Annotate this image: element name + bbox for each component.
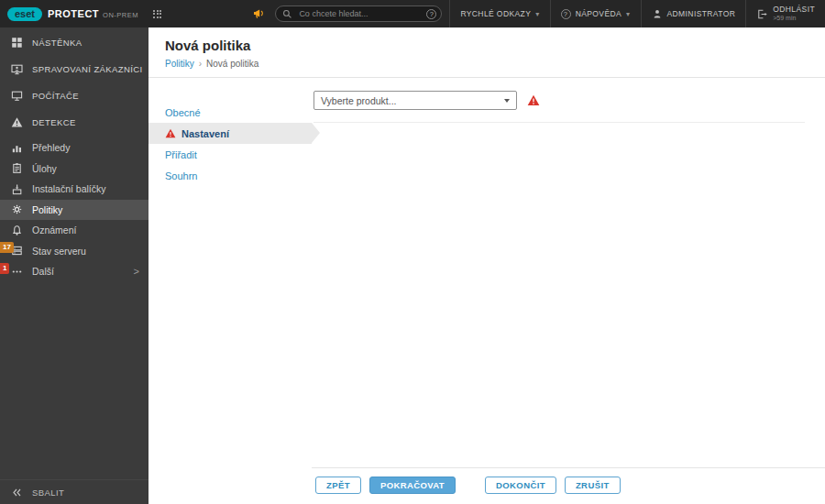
wizard-step-assign[interactable]: Přiřadit	[148, 144, 312, 165]
chevron-down-icon: ▾	[626, 10, 630, 18]
wizard-step-label: Souhrn	[165, 170, 197, 181]
quick-links-menu[interactable]: RYCHLÉ ODKAZY ▾	[449, 0, 549, 27]
tasks-icon	[11, 162, 23, 174]
logout-icon	[756, 8, 768, 20]
logout-label: ODHLÁSIT	[773, 5, 815, 14]
search-input[interactable]	[297, 8, 422, 19]
warning-icon	[165, 128, 176, 138]
back-button[interactable]: ZPĚT	[315, 477, 361, 494]
more-icon	[11, 266, 23, 278]
main-content: Nová politika Politiky › Nová politika O…	[148, 27, 825, 504]
sidebar-item-label: Další	[32, 266, 54, 277]
breadcrumb-separator-icon: ›	[199, 59, 202, 69]
eset-logo-oval: eset	[7, 7, 42, 21]
sidebar-item-installers[interactable]: Instalační balíčky	[0, 179, 148, 200]
sidebar-collapse-button[interactable]: SBALIT	[0, 479, 148, 504]
help-menu[interactable]: ? NÁPOVĚDA ▾	[550, 0, 641, 27]
wizard-step-summary[interactable]: Souhrn	[148, 165, 312, 186]
apps-grid-icon[interactable]	[153, 10, 161, 18]
sidebar-item-label: DETEKCE	[32, 117, 76, 127]
user-menu[interactable]: ADMINISTRATOR	[641, 0, 746, 27]
session-timer: >59 min	[773, 14, 815, 22]
sidebar-item-server-status[interactable]: Stav serveru	[0, 241, 148, 262]
alert-count-badge[interactable]: 1	[0, 263, 9, 274]
sidebar-item-policies[interactable]: Politiky	[0, 200, 148, 221]
search-help-icon[interactable]: ?	[426, 9, 436, 19]
product-edition: ON-PREM	[103, 11, 138, 19]
sidebar-item-managed-customers[interactable]: SPRAVOVANÍ ZÁKAZNÍCI	[0, 56, 148, 82]
wizard-step-label: Přiřadit	[165, 149, 197, 160]
sidebar-item-label: Stav serveru	[32, 246, 86, 257]
sidebar-item-label: Oznámení	[32, 225, 76, 236]
global-search[interactable]: ?	[275, 5, 442, 22]
dashboard-icon	[11, 37, 23, 49]
computers-icon	[11, 90, 23, 102]
breadcrumb: Politiky › Nová politika	[165, 59, 808, 69]
wizard-footer: ZPĚT POKRAČOVAT DOKONČIT ZRUŠIT	[312, 467, 825, 504]
cancel-button[interactable]: ZRUŠIT	[565, 477, 621, 494]
breadcrumb-policies-link[interactable]: Politiky	[165, 59, 194, 69]
search-icon	[282, 9, 292, 19]
customers-icon	[11, 63, 23, 75]
help-label: NÁPOVĚDA	[576, 9, 622, 18]
sidebar-item-dashboard[interactable]: NÁSTĚNKA	[0, 29, 148, 56]
collapse-icon	[11, 487, 23, 499]
collapse-label: SBALIT	[32, 488, 64, 498]
eset-logo: eset PROTECT ON-PREM	[7, 7, 138, 21]
product-select[interactable]: Vyberte produkt...	[314, 91, 517, 110]
wizard-step-label: Obecné	[165, 107, 201, 118]
sidebar: NÁSTĚNKA SPRAVOVANÍ ZÁKAZNÍCI POČÍTAČE	[0, 27, 148, 504]
logout-button[interactable]: ODHLÁSIT >59 min	[745, 0, 825, 27]
product-select-value: Vyberte produkt...	[321, 95, 397, 106]
announcements-icon[interactable]	[253, 7, 267, 20]
chevron-down-icon: ▾	[535, 10, 539, 18]
top-bar: eset PROTECT ON-PREM ? RYCHLÉ ODKAZY ▾ ?	[0, 0, 825, 27]
wizard-steps-nav: Obecné Nastavení Přiřadit Souhrn	[148, 78, 312, 504]
breadcrumb-current: Nová politika	[206, 59, 258, 69]
user-label: ADMINISTRATOR	[667, 9, 736, 18]
sidebar-item-label: NÁSTĚNKA	[32, 38, 82, 48]
sidebar-item-reports[interactable]: Přehledy	[0, 137, 148, 159]
product-name: PROTECT	[48, 8, 99, 19]
sidebar-item-tasks[interactable]: Úlohy	[0, 159, 148, 180]
help-icon: ?	[561, 9, 571, 19]
wizard-step-settings[interactable]: Nastavení	[148, 123, 312, 144]
installers-icon	[11, 183, 23, 195]
detections-icon	[11, 116, 23, 128]
sidebar-item-label: Instalační balíčky	[32, 183, 106, 194]
sidebar-item-notifications[interactable]: Oznámení	[0, 220, 148, 241]
policies-icon	[11, 203, 23, 215]
user-icon	[652, 8, 663, 19]
sidebar-item-label: Úlohy	[32, 163, 57, 174]
quick-links-label: RYCHLÉ ODKAZY	[460, 9, 531, 18]
page-header: Nová politika Politiky › Nová politika	[148, 27, 825, 78]
wizard-step-label: Nastavení	[182, 128, 229, 139]
reports-icon	[11, 142, 23, 154]
continue-button[interactable]: POKRAČOVAT	[369, 477, 456, 494]
sidebar-item-computers[interactable]: POČÍTAČE	[0, 82, 148, 109]
sidebar-item-label: SPRAVOVANÍ ZÁKAZNÍCI	[32, 64, 143, 74]
chevron-down-icon	[504, 99, 510, 103]
wizard-settings-panel: Vyberte produkt...	[312, 78, 825, 467]
finish-button[interactable]: DOKONČIT	[485, 477, 556, 494]
chevron-right-icon: >	[134, 266, 139, 277]
wizard-step-general[interactable]: Obecné	[148, 102, 312, 123]
sidebar-item-detections[interactable]: DETEKCE	[0, 109, 148, 136]
sidebar-item-label: POČÍTAČE	[32, 91, 79, 101]
sidebar-item-more[interactable]: Další >	[0, 261, 148, 282]
sidebar-item-label: Politiky	[32, 204, 62, 215]
sidebar-item-label: Přehledy	[32, 142, 70, 153]
validation-warning-icon	[527, 94, 540, 106]
notifications-icon	[11, 225, 23, 236]
alert-count-badge[interactable]: 17	[0, 242, 14, 253]
page-title: Nová politika	[165, 38, 808, 53]
